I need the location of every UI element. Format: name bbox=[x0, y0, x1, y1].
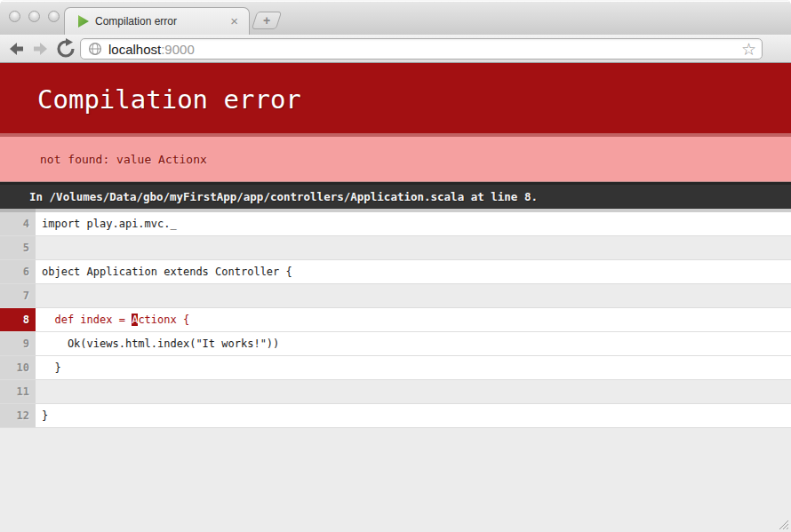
new-tab-button[interactable]: + bbox=[252, 12, 282, 29]
error-location: In /Volumes/Data/gbo/myFirstApp/app/cont… bbox=[0, 182, 791, 209]
bookmark-star-icon[interactable]: ☆ bbox=[741, 39, 756, 60]
window-zoom-button[interactable] bbox=[48, 11, 60, 22]
globe-icon bbox=[88, 42, 102, 56]
line-code: } bbox=[36, 356, 791, 379]
code-line-9: 9 Ok(views.html.index("It works!")) bbox=[0, 332, 791, 356]
code-line-8: 8 def index = Actionx { bbox=[0, 308, 791, 332]
line-code: import play.api.mvc._ bbox=[36, 209, 791, 235]
line-number: 10 bbox=[0, 356, 36, 379]
url-text[interactable]: localhost:9000 bbox=[108, 42, 195, 57]
url-port: :9000 bbox=[161, 42, 195, 57]
line-code bbox=[36, 284, 791, 307]
error-detail: not found: value Actionx bbox=[0, 133, 791, 182]
code-line-6: 6object Application extends Controller { bbox=[0, 260, 791, 284]
tab-close-icon[interactable]: × bbox=[230, 13, 238, 29]
code-line-11: 11 bbox=[0, 380, 791, 404]
url-host: localhost bbox=[108, 42, 161, 57]
line-number: 6 bbox=[0, 260, 36, 283]
line-number: 5 bbox=[0, 236, 36, 259]
error-page: Compilation error not found: value Actio… bbox=[0, 63, 791, 532]
line-code: def index = Actionx { bbox=[36, 308, 791, 331]
line-code: object Application extends Controller { bbox=[36, 260, 791, 283]
browser-window: Compilation error × + localhost:9000 ☆ bbox=[0, 0, 791, 532]
reload-button[interactable] bbox=[55, 38, 76, 60]
navigation-toolbar: localhost:9000 ☆ bbox=[0, 35, 791, 63]
source-code-listing: 4import play.api.mvc._56object Applicati… bbox=[0, 209, 791, 428]
code-line-10: 10 } bbox=[0, 356, 791, 380]
code-line-5: 5 bbox=[0, 236, 791, 260]
code-line-12: 12} bbox=[0, 404, 791, 428]
resize-grip[interactable] bbox=[777, 518, 789, 530]
tab-title: Compilation error bbox=[95, 15, 177, 28]
page-title: Compilation error bbox=[0, 63, 791, 133]
line-number: 4 bbox=[0, 209, 36, 235]
plus-icon: + bbox=[255, 12, 278, 28]
line-number: 9 bbox=[0, 332, 36, 355]
line-number: 7 bbox=[0, 284, 36, 307]
code-line-4: 4import play.api.mvc._ bbox=[0, 209, 791, 236]
active-tab[interactable]: Compilation error × bbox=[64, 7, 250, 36]
back-button[interactable] bbox=[5, 38, 27, 60]
window-minimize-button[interactable] bbox=[28, 11, 40, 22]
window-close-button[interactable] bbox=[9, 11, 20, 22]
line-code bbox=[36, 380, 791, 403]
forward-button[interactable] bbox=[30, 38, 52, 60]
play-framework-favicon-icon bbox=[77, 14, 90, 28]
line-code: } bbox=[36, 404, 791, 427]
tab-strip: Compilation error × + bbox=[0, 0, 791, 35]
line-code: Ok(views.html.index("It works!")) bbox=[36, 332, 791, 355]
line-number: 12 bbox=[0, 404, 36, 427]
line-number: 11 bbox=[0, 380, 36, 403]
code-line-7: 7 bbox=[0, 284, 791, 308]
address-bar[interactable]: localhost:9000 ☆ bbox=[80, 38, 763, 60]
line-number: 8 bbox=[0, 308, 36, 331]
line-code bbox=[36, 236, 791, 259]
